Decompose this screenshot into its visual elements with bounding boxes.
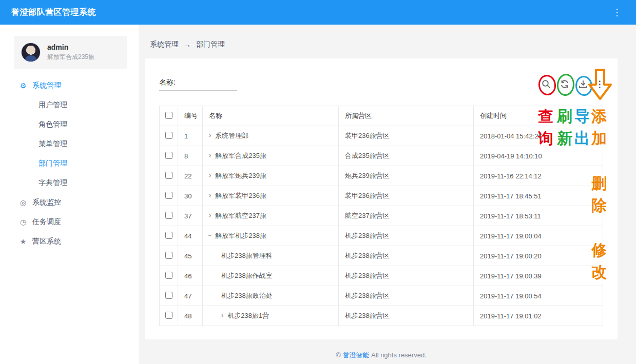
row-name-cell: ›解放军炮兵239旅 [203, 166, 339, 186]
rights-text: All rights reserved. [371, 351, 427, 359]
expand-arrow-icon[interactable]: › [209, 131, 211, 139]
page-footer: © 誉澄智能 All rights reserved. [145, 351, 618, 360]
department-name: 机步238旅政治处 [221, 292, 273, 299]
row-name-cell: 机步238旅政治处 [203, 286, 339, 306]
row-checkbox[interactable] [165, 312, 172, 319]
collapse-arrow-icon[interactable]: › [206, 234, 214, 236]
breadcrumb-separator: → [184, 41, 191, 49]
name-filter-input[interactable] [179, 79, 237, 87]
expand-arrow-icon[interactable]: › [209, 151, 211, 159]
expand-arrow-icon[interactable]: › [209, 211, 211, 219]
name-filter-label: 名称: [159, 78, 176, 87]
row-id: 47 [178, 286, 203, 306]
row-id: 44 [178, 226, 203, 246]
search-button[interactable] [541, 78, 552, 90]
row-checkbox[interactable] [165, 232, 172, 239]
row-camp: 机步238旅营区 [339, 266, 474, 286]
sidebar-item-department-management[interactable]: 部门管理 [0, 154, 139, 173]
row-name-cell: ›解放军航空237旅 [203, 206, 339, 226]
column-header-name: 名称 [203, 106, 339, 126]
select-all-checkbox[interactable] [165, 112, 172, 119]
table-row: 8›解放军合成235旅合成235旅营区2019-04-19 14:10:10 [160, 146, 603, 166]
row-id: 22 [178, 166, 203, 186]
row-checkbox-cell [160, 186, 178, 206]
table-toolbar: ⋮ [541, 78, 603, 90]
header-more-icon[interactable]: ⋮ [609, 7, 625, 18]
refresh-button[interactable] [559, 78, 570, 90]
department-name: 解放军炮兵239旅 [215, 172, 266, 179]
row-checkbox[interactable] [165, 132, 172, 139]
brand-link[interactable]: 誉澄智能 [342, 351, 369, 359]
breadcrumb-system-management[interactable]: 系统管理 [150, 40, 179, 49]
row-created-time: 2018-01-04 15:42:26 [474, 126, 603, 146]
star-icon: ★ [19, 237, 27, 246]
row-created-time: 2019-04-19 14:10:10 [474, 146, 603, 166]
sidebar-item-label: 任务调度 [32, 217, 61, 227]
row-id: 46 [178, 266, 203, 286]
table-row: 47机步238旅政治处机步238旅营区2019-11-17 19:00:54 [160, 286, 603, 306]
row-name-cell: ›解放军合成235旅 [203, 146, 339, 166]
sidebar-item-user-management[interactable]: 用户管理 [0, 95, 139, 115]
row-created-time: 2019-11-17 19:00:20 [474, 246, 603, 266]
sidebar-item-dictionary-management[interactable]: 字典管理 [0, 173, 139, 193]
sidebar-item-system-management[interactable]: ⚙ 系统管理 [0, 76, 139, 95]
row-created-time: 2019-11-17 19:00:54 [474, 286, 603, 306]
expand-arrow-icon[interactable]: › [209, 171, 211, 179]
department-name: 解放军装甲236旅 [215, 192, 266, 199]
sidebar-item-camp-system[interactable]: ★ 营区系统 [0, 232, 139, 251]
sidebar-item-label: 系统管理 [32, 81, 61, 90]
sidebar-item-system-monitor[interactable]: ◎ 系统监控 [0, 193, 139, 212]
monitor-icon: ◎ [19, 198, 27, 207]
sidebar-item-task-scheduler[interactable]: ◷ 任务调度 [0, 212, 139, 232]
export-button[interactable] [577, 78, 589, 90]
row-checkbox[interactable] [165, 212, 172, 219]
search-icon [541, 79, 551, 89]
main-content: 系统管理 → 部门管理 名称: [139, 25, 636, 364]
department-name: 系统管理部 [215, 132, 248, 139]
row-camp: 机步238旅营区 [339, 286, 474, 306]
breadcrumb-department-management[interactable]: 部门管理 [196, 40, 225, 49]
sidebar-submenu: 用户管理 角色管理 菜单管理 部门管理 字典管理 [0, 95, 139, 193]
row-checkbox[interactable] [165, 172, 172, 179]
row-checkbox[interactable] [165, 272, 172, 279]
avatar [21, 43, 41, 62]
table-row: 44›解放军机步238旅机步238旅营区2019-11-17 19:00:04 [160, 226, 603, 246]
row-created-time: 2019-11-17 18:45:51 [474, 186, 603, 206]
sidebar-item-label: 系统监控 [32, 198, 61, 207]
row-id: 1 [178, 126, 203, 146]
table-row: 1›系统管理部装甲236旅营区2018-01-04 15:42:26 [160, 126, 603, 146]
row-created-time: 2019-11-17 18:53:11 [474, 206, 603, 226]
row-checkbox[interactable] [165, 292, 172, 299]
breadcrumb: 系统管理 → 部门管理 [150, 40, 618, 49]
sidebar-item-menu-management[interactable]: 菜单管理 [0, 134, 139, 154]
row-checkbox[interactable] [165, 152, 172, 159]
sidebar-item-role-management[interactable]: 角色管理 [0, 115, 139, 134]
download-icon [578, 79, 588, 89]
expand-arrow-icon[interactable]: › [209, 191, 211, 199]
row-checkbox-cell [160, 226, 178, 246]
row-camp: 机步238旅营区 [339, 246, 474, 266]
table-row: 46机步238旅作战室机步238旅营区2019-11-17 19:00:39 [160, 266, 603, 286]
row-id: 8 [178, 146, 203, 166]
department-name: 解放军合成235旅 [215, 152, 266, 159]
row-name-cell: ›机步238旅1营 [203, 306, 339, 326]
row-checkbox-cell [160, 166, 178, 186]
column-header-time: 创建时间 [474, 106, 603, 126]
row-id: 45 [178, 246, 203, 266]
row-checkbox[interactable] [165, 192, 172, 199]
row-created-time: 2019-11-17 19:00:04 [474, 226, 603, 246]
row-id: 37 [178, 206, 203, 226]
row-id: 48 [178, 306, 203, 326]
user-name: admin [47, 43, 94, 51]
row-camp: 装甲236旅营区 [339, 186, 474, 206]
row-checkbox-cell [160, 286, 178, 306]
expand-arrow-icon[interactable]: › [221, 311, 223, 319]
row-name-cell: ›解放军机步238旅 [203, 226, 339, 246]
table-header-row: 编号 名称 所属营区 创建时间 [160, 106, 603, 126]
row-checkbox[interactable] [165, 252, 172, 259]
row-created-time: 2019-11-16 22:14:12 [474, 166, 603, 186]
department-name: 机步238旅1营 [227, 312, 269, 319]
more-actions-button[interactable]: ⋮ [596, 78, 603, 90]
row-checkbox-cell [160, 306, 178, 326]
name-filter: 名称: [159, 78, 237, 91]
